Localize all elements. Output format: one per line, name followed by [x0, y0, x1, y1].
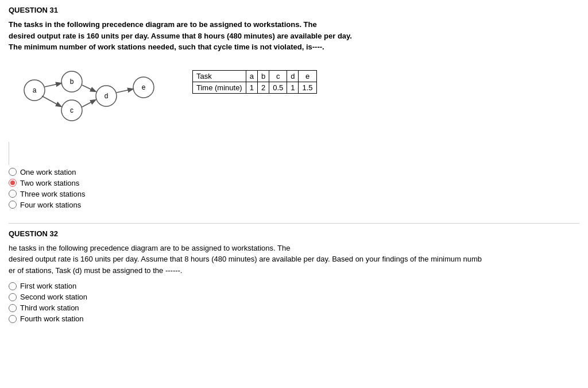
- time-d: 1: [287, 82, 299, 93]
- q31-text-line1: The tasks in the following precedence di…: [9, 20, 317, 29]
- q32-option-4[interactable]: Fourth work station: [9, 314, 579, 323]
- q31-radio-3[interactable]: [9, 190, 17, 198]
- question-31-title: QUESTION 31: [9, 6, 579, 14]
- task-d: d: [287, 70, 299, 82]
- section-divider: [9, 223, 579, 224]
- q32-option-1-label: First work station: [20, 282, 76, 290]
- svg-line-13: [82, 100, 95, 107]
- q31-option-4-label: Four work stations: [20, 201, 81, 209]
- task-c: c: [269, 70, 287, 82]
- q31-radio-2[interactable]: [9, 179, 17, 187]
- q32-radio-4[interactable]: [9, 315, 17, 323]
- q31-option-4[interactable]: Four work stations: [9, 201, 579, 209]
- q32-radio-3[interactable]: [9, 304, 17, 312]
- q32-radio-2[interactable]: [9, 293, 17, 301]
- q32-radio-1[interactable]: [9, 282, 17, 290]
- task-table: Task a b c d e Time (minute) 1 2 0.5 1 1…: [192, 70, 317, 94]
- question-31-text: The tasks in the following precedence di…: [9, 19, 579, 53]
- q32-option-2[interactable]: Second work station: [9, 293, 579, 301]
- task-e: e: [299, 70, 316, 82]
- svg-line-14: [117, 89, 133, 93]
- q32-option-1[interactable]: First work station: [9, 282, 579, 290]
- time-b: 2: [257, 82, 269, 93]
- svg-text:c: c: [70, 106, 74, 114]
- time-e: 1.5: [299, 82, 316, 93]
- question-31-block: QUESTION 31 The tasks in the following p…: [9, 6, 579, 217]
- q31-text-line2: desired output rate is 160 units per day…: [9, 32, 352, 40]
- task-label: Task: [193, 70, 246, 82]
- time-a: 1: [246, 82, 257, 93]
- q31-option-1-label: One work station: [20, 168, 76, 176]
- diagram-area: a b c d e: [9, 59, 579, 133]
- svg-text:a: a: [33, 86, 37, 94]
- q31-option-2-label: Two work stations: [20, 179, 79, 187]
- q32-option-2-label: Second work station: [20, 293, 87, 301]
- question-32-title: QUESTION 32: [9, 229, 579, 238]
- q32-text-line2: desired output rate is 160 units per day…: [9, 255, 482, 263]
- time-c: 0.5: [269, 82, 287, 93]
- svg-line-10: [45, 83, 61, 87]
- svg-text:b: b: [70, 78, 74, 86]
- task-table-container: Task a b c d e Time (minute) 1 2 0.5 1 1…: [192, 70, 317, 94]
- svg-text:e: e: [142, 83, 146, 91]
- task-b: b: [257, 70, 269, 82]
- task-a: a: [246, 70, 257, 82]
- q31-radio-4[interactable]: [9, 201, 17, 209]
- svg-line-11: [42, 96, 61, 106]
- svg-line-12: [82, 85, 95, 91]
- q32-option-3-label: Third work station: [20, 304, 79, 312]
- q31-options: One work station Two work stations Three…: [9, 168, 579, 209]
- q32-option-4-label: Fourth work station: [20, 314, 84, 323]
- question-32-block: QUESTION 32 he tasks in the following pr…: [9, 229, 579, 332]
- q31-option-3[interactable]: Three work stations: [9, 190, 579, 198]
- precedence-diagram: a b c d e: [9, 59, 169, 133]
- q32-option-3[interactable]: Third work station: [9, 304, 579, 312]
- q31-option-3-label: Three work stations: [20, 190, 85, 198]
- question-32-text: he tasks in the following precedence dia…: [9, 243, 579, 276]
- q32-text-line1: he tasks in the following precedence dia…: [9, 244, 290, 252]
- q31-option-1[interactable]: One work station: [9, 168, 579, 176]
- svg-text:d: d: [105, 92, 109, 100]
- vertical-divider: [9, 142, 9, 165]
- q32-options: First work station Second work station T…: [9, 282, 579, 323]
- time-label: Time (minute): [193, 82, 246, 93]
- q31-text-line3: The minimum number of work stations need…: [9, 43, 324, 51]
- q31-option-2[interactable]: Two work stations: [9, 179, 579, 187]
- q32-text-line3: er of stations, Task (d) must be assigne…: [9, 266, 183, 275]
- q31-radio-1[interactable]: [9, 168, 17, 176]
